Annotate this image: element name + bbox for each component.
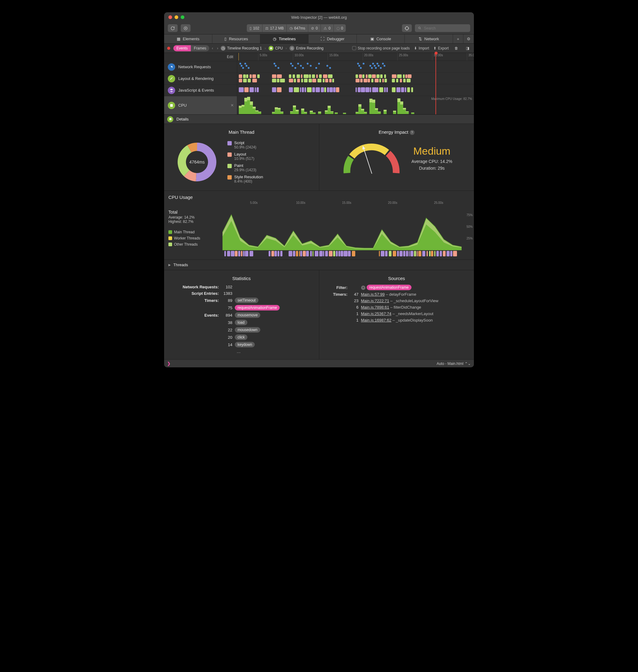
energy-duration: Duration: 29s [412, 166, 452, 170]
view-frames-button[interactable]: Frames [191, 45, 209, 51]
breadcrumb[interactable]: ◷Timeline Recording 1 › CPU › ⎋Entire Re… [221, 46, 324, 51]
metric-errors[interactable]: ⊘0 [308, 24, 321, 32]
warning-icon: ⚠ [324, 26, 327, 30]
tab-resources[interactable]: ▯Resources [212, 34, 261, 43]
cpu-usage-chart[interactable]: 5.00s10.00s15.00s20.00s25.00s 75% 50% 25… [222, 201, 474, 260]
toolbar: ▯102 ⚖17.2 MB ◷647ms ⊘0 ⚠0 ◌0 [164, 22, 474, 34]
instrument-layout[interactable]: Layout & Rendering [164, 72, 237, 84]
stat-count: 102 [221, 285, 232, 289]
tick: 10.00s [293, 53, 305, 61]
stat-tag[interactable]: load [235, 320, 247, 325]
tab-elements[interactable]: ▦Elements [164, 34, 212, 43]
cpu-highest: Highest: 82.7% [168, 219, 218, 224]
search-input[interactable] [423, 26, 467, 31]
tab-debugger[interactable]: ⛶Debugger [308, 34, 357, 43]
stop-on-load-checkbox[interactable]: Stop recording once page loads [352, 46, 410, 50]
source-link[interactable]: Main.js:57:99 [361, 292, 385, 297]
stat-tag[interactable]: mousedown [235, 327, 260, 333]
filter-tag[interactable]: requestAnimationFrame [367, 285, 412, 290]
legend-item: Style Resolution8.4% (400) [228, 175, 263, 183]
help-icon[interactable]: ? [410, 130, 415, 135]
instrument-script[interactable]: JavaScript & Events [164, 84, 237, 96]
metric-weight[interactable]: ⚖17.2 MB [263, 24, 287, 32]
metric-resources[interactable]: ▯102 [247, 24, 262, 32]
main-thread-donut: 4764ms [174, 139, 220, 185]
close-icon[interactable]: ✕ [231, 103, 234, 108]
source-function: – _needsMarkerLayout [392, 311, 433, 316]
console-prompt-icon[interactable]: ❯ [167, 361, 171, 366]
lane-cpu[interactable]: Maximum CPU Usage: 82.7% [237, 96, 474, 114]
stat-tag[interactable]: setTimeout [235, 298, 258, 303]
import-icon: ⬇ [414, 46, 417, 50]
view-events-button[interactable]: Events [173, 45, 191, 51]
source-count: 47 [350, 292, 359, 297]
tick: 30.00s [432, 53, 444, 61]
import-button[interactable]: ⬇Import [414, 46, 429, 50]
instrument-network[interactable]: Network Requests [164, 61, 237, 72]
back-button[interactable]: ‹ [211, 46, 214, 50]
execution-context-selector[interactable]: Auto - Main.html⌃⌄ [437, 361, 471, 366]
download-button[interactable] [181, 24, 190, 32]
toggle-right-sidebar-button[interactable]: ◨ [464, 45, 471, 52]
metric-logs[interactable]: ◌0 [334, 24, 346, 32]
element-selection-button[interactable] [402, 24, 412, 32]
lane-script[interactable] [237, 84, 474, 96]
dashboard-metrics: ▯102 ⚖17.2 MB ◷647ms ⊘0 ⚠0 ◌0 [247, 24, 346, 32]
source-count: 1 [350, 311, 359, 316]
edit-instruments-button[interactable]: Edit [227, 55, 233, 59]
forward-button[interactable]: › [216, 46, 219, 50]
log-icon: ◌ [337, 26, 340, 30]
legend-item: Paint29.9% (1423) [228, 163, 263, 172]
source-link[interactable]: Main.js:16987:62 [361, 318, 391, 323]
clear-button[interactable]: 🗑 [453, 45, 460, 52]
search-field[interactable] [415, 24, 470, 32]
stat-tag[interactable]: requestAnimationFrame [235, 305, 280, 311]
tab-network[interactable]: ⇅Network [405, 34, 453, 43]
record-button[interactable] [167, 47, 170, 50]
reload-button[interactable] [168, 24, 178, 32]
tab-timelines[interactable]: ◷Timelines [260, 34, 308, 43]
stat-count: 894 [221, 313, 232, 317]
stat-count: 20 [221, 335, 232, 340]
stat-key: Timers: [170, 298, 219, 303]
stat-count: 22 [221, 328, 232, 332]
svg-point-2 [419, 27, 420, 29]
cpu-total-label: Total [168, 210, 218, 215]
metric-warnings[interactable]: ⚠0 [321, 24, 333, 32]
axis-label: 50% [467, 225, 473, 228]
overview-ruler[interactable]: 5.00s10.00s15.00s20.00s25.00s30.00s35.00… [237, 53, 474, 61]
new-tab-button[interactable]: ＋ [453, 34, 464, 43]
details-title: Details [177, 117, 189, 121]
clear-filter-icon[interactable]: ✕ [361, 285, 365, 290]
source-link[interactable]: Main.js:25367:74 [361, 311, 391, 316]
threads-disclosure[interactable]: ▶ Threads [164, 260, 474, 270]
statistics-panel: Statistics Network Requests:102Script En… [164, 270, 319, 359]
playhead[interactable] [435, 53, 436, 114]
chevron-right-icon: ▶ [168, 263, 171, 266]
energy-avg: Average CPU: 14.2% [412, 159, 452, 164]
stat-tag[interactable]: mousemove [235, 312, 260, 318]
svg-rect-4 [170, 104, 173, 106]
stat-tag[interactable]: keydown [235, 342, 255, 347]
axis-label: 25% [467, 237, 473, 240]
source-function: – _scheduleLayoutForView [390, 298, 439, 303]
export-button[interactable]: ⬆Export [433, 46, 449, 50]
tab-console[interactable]: ▣Console [357, 34, 405, 43]
instrument-cpu[interactable]: CPU✕ [164, 96, 237, 114]
source-link[interactable]: Main.js:7898:61 [361, 305, 389, 310]
metric-time[interactable]: ◷647ms [287, 24, 308, 32]
stat-tag[interactable]: click [235, 334, 247, 340]
legend-item: Main Thread [168, 230, 218, 234]
stat-count: 75 [221, 306, 232, 310]
source-link[interactable]: Main.js:7222:71 [361, 298, 389, 303]
search-icon [418, 26, 422, 30]
app-window: Web Inspector [2] — webkit.org ▯102 ⚖17.… [164, 12, 474, 367]
energy-gauge [341, 139, 402, 176]
lane-network[interactable] [237, 61, 474, 72]
range-icon: ⎋ [289, 46, 295, 51]
lane-layout[interactable] [237, 72, 474, 84]
main-thread-panel: Main Thread 4764ms Script50.9% (2424)Lay… [164, 124, 319, 191]
legend-item: Script50.9% (2424) [228, 141, 263, 149]
timeline-overview: Edit Network Requests Layout & Rendering… [164, 53, 474, 115]
settings-button[interactable]: ⚙ [464, 34, 474, 43]
